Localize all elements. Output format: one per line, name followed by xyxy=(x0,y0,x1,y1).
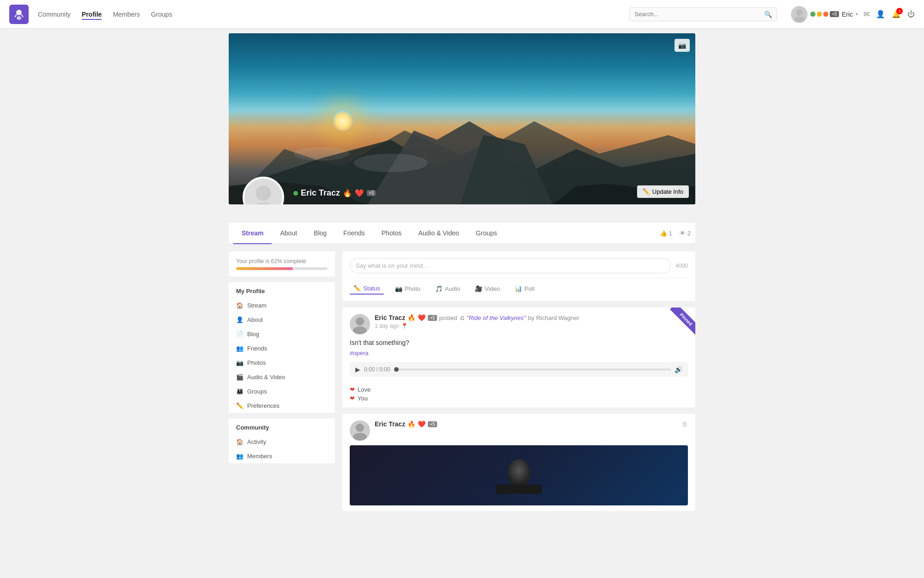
post-1-author: Eric Tracz xyxy=(375,314,405,321)
audio-progress-bar[interactable] xyxy=(394,369,671,370)
char-count: 4000 xyxy=(675,263,688,269)
tab-about[interactable]: About xyxy=(272,223,305,244)
power-icon[interactable]: ⏻ xyxy=(907,10,915,18)
post-1-song-by: by Richard Wagner xyxy=(528,314,579,321)
svg-point-18 xyxy=(356,424,364,432)
cover-area: 📷 ✏️ Update Info Eric Tracz 🔥 ❤️ +5 xyxy=(229,33,695,204)
sidebar-item-friends[interactable]: 👥 Friends xyxy=(229,341,335,356)
post-1-action: posted xyxy=(439,314,457,321)
tab-groups[interactable]: Groups xyxy=(468,223,505,244)
post-2-img-placeholder xyxy=(350,445,688,505)
audio-player: ▶ 0:00 / 0:00 🔊 xyxy=(350,362,688,377)
eye-icon: 👁 xyxy=(680,230,686,237)
sidebar-item-stream[interactable]: 🏠 Stream xyxy=(229,298,335,313)
tab-photos[interactable]: Photos xyxy=(373,223,410,244)
update-info-button[interactable]: ✏️ Update Info xyxy=(637,185,689,198)
nav-community[interactable]: Community xyxy=(38,9,71,20)
post-input[interactable]: Say what is on your mind... xyxy=(350,258,671,273)
members-icon[interactable]: 👤 xyxy=(876,10,885,18)
post-1-author-line: Eric Tracz 🔥 ❤️ +5 posted ♫ "Ride of the… xyxy=(375,314,681,321)
dot-yellow xyxy=(817,12,822,17)
community-title: Community xyxy=(229,418,335,435)
sidebar-item-photos[interactable]: 📷 Photos xyxy=(229,356,335,370)
sidebar-label-audio-video: Audio & Video xyxy=(247,374,285,381)
post-1-emoji-fire: 🔥 xyxy=(407,314,415,321)
post-action-audio[interactable]: 🎵 Audio xyxy=(432,283,464,295)
community-section: Community 🏠 Activity 👥 Members xyxy=(229,418,335,463)
sidebar-item-audio-video[interactable]: 🎬 Audio & Video xyxy=(229,370,335,384)
reaction-you-label: You xyxy=(358,395,368,402)
cover-camera-button[interactable]: 📷 xyxy=(675,39,690,52)
user-avatar-area[interactable]: +5 Eric ▾ xyxy=(791,6,858,23)
svg-line-2 xyxy=(15,14,17,17)
volume-icon[interactable]: 🔊 xyxy=(675,366,682,373)
post-action-video[interactable]: 🎥 Video xyxy=(471,283,504,295)
tab-friends[interactable]: Friends xyxy=(335,223,373,244)
profile-name-area: Eric Tracz 🔥 ❤️ +5 xyxy=(293,188,376,198)
post-1-meta: Eric Tracz 🔥 ❤️ +5 posted ♫ "Ride of the… xyxy=(375,314,681,329)
post-action-photo[interactable]: 📷 Photo xyxy=(391,283,424,295)
svg-point-14 xyxy=(256,185,271,201)
post-1-header: Eric Tracz 🔥 ❤️ +5 posted ♫ "Ride of the… xyxy=(342,307,695,339)
post-2-meta: Eric Tracz 🔥 ❤️ +5 xyxy=(375,420,677,428)
nav-members[interactable]: Members xyxy=(113,9,140,20)
sidebar-item-members[interactable]: 👥 Members xyxy=(229,449,335,463)
app-logo[interactable] xyxy=(9,5,29,24)
mail-icon[interactable]: ✉ xyxy=(863,10,869,18)
svg-point-5 xyxy=(794,17,805,23)
friends-icon: 👥 xyxy=(236,345,243,352)
sidebar-label-activity: Activity xyxy=(247,438,266,445)
my-profile-section: My Profile 🏠 Stream 👤 About 📄 Blog 👥 Fri… xyxy=(229,282,335,413)
sidebar-item-about[interactable]: 👤 About xyxy=(229,313,335,327)
sidebar-item-blog[interactable]: 📄 Blog xyxy=(229,327,335,341)
search-input[interactable] xyxy=(634,11,764,18)
top-navigation: Community Profile Members Groups 🔍 +5 Er… xyxy=(0,0,924,29)
group-icon: 👨‍👩‍👧 xyxy=(236,388,243,395)
post-action-poll[interactable]: 📊 Poll xyxy=(511,283,538,295)
plus-badge: +5 xyxy=(830,11,839,17)
post-2-header: Eric Tracz 🔥 ❤️ +5 🗑 xyxy=(342,414,695,445)
post-action-status[interactable]: ✏️ Status xyxy=(350,283,384,295)
chevron-down-icon: ▾ xyxy=(856,12,858,17)
reaction-love: ❤ Love xyxy=(350,386,688,393)
nav-icons: ✉ 👤 🔔 1 ⏻ xyxy=(863,10,915,18)
notification-icon[interactable]: 🔔 1 xyxy=(892,10,901,18)
tab-blog[interactable]: Blog xyxy=(305,223,335,244)
post-1-tag[interactable]: #opera xyxy=(350,350,368,357)
svg-rect-21 xyxy=(496,485,542,494)
post-1-plus: +5 xyxy=(428,315,437,321)
thumbs-up-icon: 👍 xyxy=(660,230,667,237)
sidebar-label-stream: Stream xyxy=(247,302,267,309)
sidebar-item-preferences[interactable]: ✏️ Preferences xyxy=(229,399,335,413)
profile-completion: Your profile is 62% complete xyxy=(229,252,335,277)
sidebar-item-groups[interactable]: 👨‍👩‍👧 Groups xyxy=(229,384,335,399)
likes-stat: 👍 1 xyxy=(660,230,672,237)
post-2-delete[interactable]: 🗑 xyxy=(681,420,688,428)
post-1-song: "Ride of the Valkyries" xyxy=(467,314,526,321)
profile-plus-badge: +5 xyxy=(367,190,376,196)
completion-bar xyxy=(236,267,328,270)
play-button[interactable]: ▶ xyxy=(355,366,360,373)
nav-profile[interactable]: Profile xyxy=(82,9,102,20)
profile-emoji-fire: 🔥 xyxy=(343,189,352,197)
tab-stats: 👍 1 👁 2 xyxy=(660,225,691,241)
post-2-emoji-heart: ❤️ xyxy=(418,420,426,428)
my-profile-title: My Profile xyxy=(229,282,335,298)
sidebar-label-members: Members xyxy=(247,453,272,460)
tab-stream[interactable]: Stream xyxy=(233,223,272,244)
feed: Say what is on your mind... 4000 ✏️ Stat… xyxy=(342,252,695,517)
nav-right: +5 Eric ▾ ✉ 👤 🔔 1 ⏻ xyxy=(791,6,915,23)
location-icon: 📍 xyxy=(401,323,408,329)
dot-green xyxy=(810,12,815,17)
reaction-love-label: Love xyxy=(358,386,371,393)
sidebar-label-about: About xyxy=(247,316,263,323)
svg-point-4 xyxy=(796,9,802,16)
post-2-image xyxy=(350,445,688,505)
tab-audio-video[interactable]: Audio & Video xyxy=(410,223,467,244)
sidebar-item-activity[interactable]: 🏠 Activity xyxy=(229,435,335,449)
audio-icon: 🎵 xyxy=(435,285,443,292)
nav-groups[interactable]: Groups xyxy=(151,9,172,20)
post-2-emoji-fire: 🔥 xyxy=(407,420,415,428)
svg-point-15 xyxy=(251,203,275,204)
post-1-reactions: ❤ Love ❤ You xyxy=(342,382,695,407)
